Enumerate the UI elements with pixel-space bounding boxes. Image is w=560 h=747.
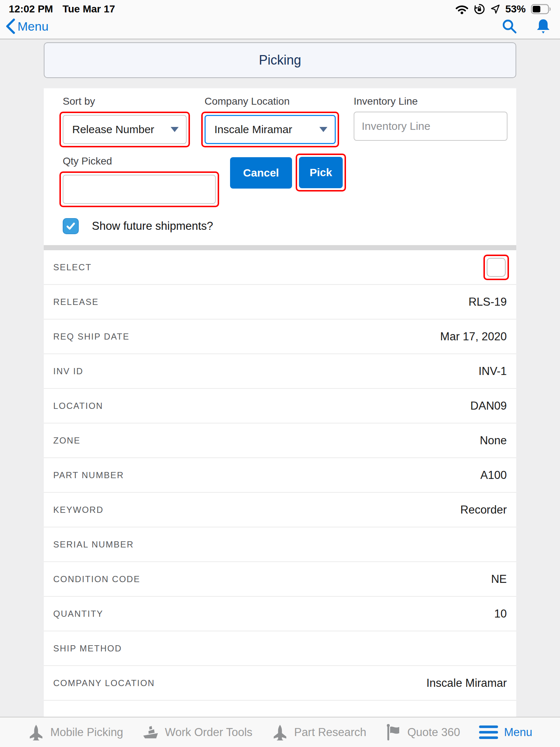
row-label: PART NUMBER <box>53 470 124 480</box>
show-future-checkbox[interactable] <box>63 218 79 234</box>
annotation-box <box>483 255 509 280</box>
row-label: ZONE <box>53 436 81 446</box>
row-label: REQ SHIP DATE <box>53 332 129 342</box>
table-row: QUANTITY 10 <box>44 597 516 631</box>
back-chevron-icon <box>5 18 15 34</box>
date: Tue Mar 17 <box>62 3 115 15</box>
table-row: LOCATION DAN09 <box>44 389 516 423</box>
annotation-box: Pick <box>296 154 346 191</box>
pick-button[interactable]: Pick <box>299 157 343 188</box>
tab-part-research[interactable]: Part Research <box>272 724 366 741</box>
tab-mobile-picking[interactable]: Mobile Picking <box>28 724 123 741</box>
row-label: SERIAL NUMBER <box>53 539 134 550</box>
row-value: DAN09 <box>470 399 507 413</box>
sort-by-label: Sort by <box>63 96 190 107</box>
inventory-line-field: Inventory Line <box>354 96 508 147</box>
company-location-field: Company Location Inscale Miramar <box>205 96 339 147</box>
back-label: Menu <box>18 19 48 34</box>
menu-icon <box>479 725 498 739</box>
status-bar: 12:02 PM Tue Mar 17 <box>0 0 560 16</box>
qty-picked-label: Qty Picked <box>63 155 219 167</box>
tab-bar: Mobile Picking Work Order Tools Part Res… <box>0 717 560 747</box>
inventory-line-label: Inventory Line <box>354 96 508 107</box>
search-icon[interactable] <box>502 19 517 34</box>
table-row: SHIP METHOD <box>44 631 516 666</box>
table-row <box>44 701 516 717</box>
annotation-box: Release Number <box>59 112 190 147</box>
chevron-down-icon <box>171 127 179 132</box>
screen: 12:02 PM Tue Mar 17 <box>0 0 560 747</box>
row-label: LOCATION <box>53 401 103 411</box>
row-label: KEYWORD <box>53 505 104 515</box>
sort-by-value: Release Number <box>72 123 154 136</box>
qty-picked-field: Qty Picked <box>63 155 219 207</box>
tab-work-order-tools[interactable]: Work Order Tools <box>142 724 252 741</box>
row-value: Mar 17, 2020 <box>440 330 507 343</box>
row-value: Inscale Miramar <box>427 677 507 690</box>
chevron-down-icon <box>319 127 327 132</box>
row-label: INV ID <box>53 366 83 376</box>
table-row: ZONE None <box>44 423 516 458</box>
table-row: KEYWORD Recorder <box>44 493 516 527</box>
company-location-value: Inscale Miramar <box>214 123 292 136</box>
picking-form: Sort by Release Number Company Location <box>44 88 516 245</box>
show-future-label: Show future shipments? <box>92 220 213 233</box>
tab-label: Mobile Picking <box>50 726 123 739</box>
table-row: REQ SHIP DATE Mar 17, 2020 <box>44 320 516 354</box>
status-left: 12:02 PM Tue Mar 17 <box>9 3 115 15</box>
battery-percent: 53% <box>505 3 526 15</box>
top-chrome: 12:02 PM Tue Mar 17 <box>0 0 560 39</box>
table-row: PART NUMBER A100 <box>44 458 516 493</box>
record-detail-table: SELECT RELEASE RLS-19 REQ SHIP DATE Mar … <box>44 250 516 717</box>
row-value: A100 <box>481 469 507 482</box>
table-row: COMPANY LOCATION Inscale Miramar <box>44 666 516 701</box>
plane-icon <box>272 724 288 741</box>
company-location-label: Company Location <box>205 96 339 107</box>
table-row: INV ID INV-1 <box>44 354 516 389</box>
status-right: 53% <box>455 3 551 15</box>
row-label: QUANTITY <box>53 609 103 619</box>
ship-icon <box>142 724 159 741</box>
nav-actions <box>502 18 551 34</box>
row-label: SELECT <box>53 262 92 272</box>
bell-icon[interactable] <box>536 18 551 34</box>
cancel-button[interactable]: Cancel <box>230 157 292 189</box>
clock: 12:02 PM <box>9 3 53 15</box>
tab-quote-360[interactable]: Quote 360 <box>385 724 460 741</box>
row-value: NE <box>491 573 507 586</box>
content-area: Picking Sort by Release Number <box>0 39 560 717</box>
row-value: INV-1 <box>478 365 507 378</box>
tab-label: Part Research <box>294 726 366 739</box>
inventory-line-input[interactable] <box>354 112 508 141</box>
table-row: SERIAL NUMBER <box>44 527 516 562</box>
tab-menu[interactable]: Menu <box>479 725 532 739</box>
sort-by-field: Sort by Release Number <box>63 96 190 147</box>
tab-label: Quote 360 <box>407 726 460 739</box>
row-value: RLS-19 <box>468 295 507 309</box>
qty-picked-input[interactable] <box>63 175 216 204</box>
annotation-box: Inscale Miramar <box>201 112 339 147</box>
page-title: Picking <box>44 42 516 78</box>
sort-by-select[interactable]: Release Number <box>63 115 187 144</box>
row-label: CONDITION CODE <box>53 574 140 584</box>
nav-bar: Menu <box>0 16 560 39</box>
tab-label: Menu <box>504 726 532 739</box>
back-button[interactable]: Menu <box>5 18 48 34</box>
row-value: 10 <box>494 607 507 620</box>
row-value: Recorder <box>460 503 507 516</box>
rotation-lock-icon <box>474 4 485 15</box>
tab-label: Work Order Tools <box>165 726 252 739</box>
company-location-select[interactable]: Inscale Miramar <box>205 115 336 144</box>
check-icon <box>65 221 76 232</box>
battery-icon <box>531 4 551 14</box>
select-record-checkbox[interactable] <box>487 258 506 277</box>
row-label: RELEASE <box>53 297 99 307</box>
table-row: RELEASE RLS-19 <box>44 285 516 320</box>
location-icon <box>490 4 500 14</box>
row-value: None <box>480 434 507 447</box>
table-row-select: SELECT <box>44 250 516 285</box>
page-title-text: Picking <box>259 53 301 68</box>
wifi-icon <box>455 4 469 14</box>
table-row: CONDITION CODE NE <box>44 562 516 597</box>
show-future-row: Show future shipments? <box>63 218 516 234</box>
